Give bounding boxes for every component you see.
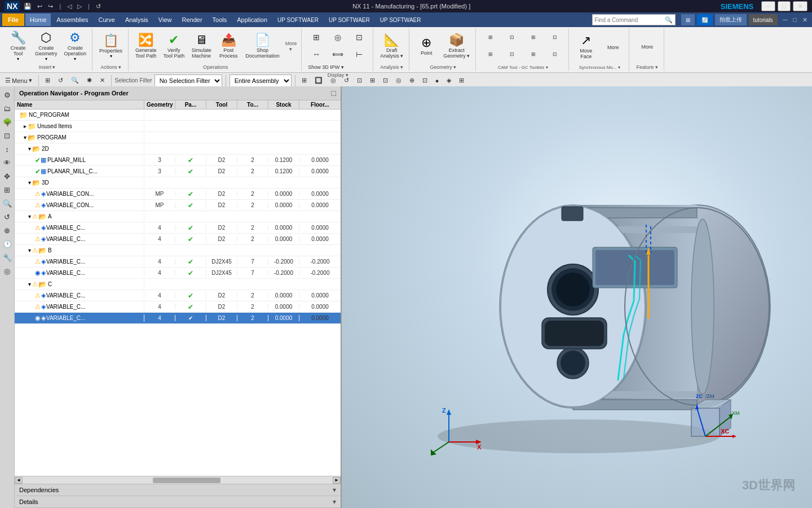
menu-home[interactable]: Home <box>25 14 51 26</box>
assembly-select[interactable]: Entire Assembly <box>230 75 292 87</box>
fwd-btn[interactable]: ▷ <box>76 3 83 10</box>
sidebar-view[interactable]: 👁 <box>1 156 14 169</box>
display-btn2[interactable]: ◎ <box>328 29 348 45</box>
sidebar-arrow[interactable]: ↕ <box>1 143 14 155</box>
table-row[interactable]: ⚠ ◈ VARIABLE_C... 4 ✔ D2 2 0.0000 0.0000 <box>15 290 341 301</box>
menu-curve[interactable]: Curve <box>94 14 120 26</box>
undo-btn[interactable]: ↩ <box>36 3 44 10</box>
sidebar-tool2[interactable]: 🔧 <box>1 251 14 264</box>
sync-more-btn[interactable]: More <box>601 30 625 64</box>
cam-btn1[interactable]: ⊞ <box>480 29 501 45</box>
sidebar-zoom[interactable]: 🔍 <box>1 197 14 209</box>
win-close[interactable]: ✕ <box>800 16 810 24</box>
scroll-right-btn[interactable]: ► <box>333 477 341 484</box>
create-operation-btn[interactable]: ⚙ CreateOperation ▾ <box>62 29 89 63</box>
sidebar-move[interactable]: ✥ <box>1 170 14 182</box>
tb2-btn13[interactable]: ⊞ <box>456 75 467 87</box>
viewport[interactable]: Z X XC ZC /ZM <box>342 86 812 508</box>
tb2-btn8[interactable]: ◎ <box>393 75 404 87</box>
tb-rotate[interactable]: ↺ <box>55 75 66 87</box>
verify-toolpath-btn[interactable]: ✔ VerifyTool Path <box>161 29 187 63</box>
table-row[interactable]: ⚠ ◈ VARIABLE_CON... MP ✔ D2 2 0.0000 0.0… <box>15 189 341 200</box>
tutorials-btn[interactable]: tutorials <box>749 14 778 25</box>
tb2-btn1[interactable]: ⊞ <box>299 75 310 87</box>
tb-snap[interactable]: ⊞ <box>42 75 53 87</box>
table-row[interactable]: ▾ ⚠ 📂 A <box>15 211 341 222</box>
win-minimize[interactable]: ─ <box>781 16 790 23</box>
table-row[interactable]: ⚠ ◈ VARIABLE_C... 4 ✔ D2 2 0.0000 0.0000 <box>15 234 341 245</box>
sidebar-select[interactable]: ⊡ <box>1 129 14 142</box>
create-tool-btn[interactable]: 🔧 CreateTool ▾ <box>6 29 30 63</box>
cam-btn8[interactable]: ⊡ <box>545 46 565 62</box>
table-row[interactable]: ▾ 📂 PROGRAM <box>15 132 341 143</box>
tb2-btn4[interactable]: ↺ <box>341 75 352 87</box>
menu-analysis[interactable]: Analysis <box>121 14 153 26</box>
table-row[interactable]: ▾ ⚠ 📂 B <box>15 245 341 256</box>
table-row[interactable]: ▾ 📂 3D <box>15 177 341 189</box>
feature-more-btn[interactable]: More <box>635 29 660 63</box>
point-btn[interactable]: ⊕ Point <box>414 29 439 63</box>
tb2-btn11[interactable]: ● <box>433 75 442 87</box>
horizontal-scrollbar[interactable]: ◄ ► <box>15 476 341 484</box>
selection-filter-select[interactable]: No Selection Filter <box>155 75 222 87</box>
redo-btn[interactable]: ↪ <box>46 3 55 10</box>
table-row[interactable]: ⚠ ◈ VARIABLE_C... 4 ✔ D2 2 0.0000 0.0000 <box>15 301 341 313</box>
table-row[interactable]: ⚠ ◈ VARIABLE_C... 4 ✔ DJ2X45 7 -0.2000 -… <box>15 256 341 268</box>
tb2-btn12[interactable]: ◈ <box>444 75 454 87</box>
cam-btn5[interactable]: ⊞ <box>480 46 501 62</box>
sidebar-layer[interactable]: ⊞ <box>1 183 14 196</box>
table-row[interactable]: ⚠ ◈ VARIABLE_CON... MP ✔ D2 2 0.0000 0.0… <box>15 200 341 211</box>
cam-btn3[interactable]: ⊞ <box>523 29 544 45</box>
cam-btn4[interactable]: ⊡ <box>545 29 565 45</box>
cam-btn2[interactable]: ⊡ <box>502 29 522 45</box>
scroll-thumb[interactable] <box>153 478 220 483</box>
sidebar-grid[interactable]: ⊕ <box>1 224 14 237</box>
arrange-btn[interactable]: ⊞ <box>681 14 695 25</box>
table-row[interactable]: ⚠ ◈ VARIABLE_C... 4 ✔ D2 2 0.0000 0.0000 <box>15 222 341 234</box>
sidebar-rotate2[interactable]: ↺ <box>1 211 14 223</box>
scroll-left-btn[interactable]: ◄ <box>15 477 23 484</box>
generate-toolpath-btn[interactable]: 🔀 GenerateTool Path <box>133 29 159 63</box>
table-row[interactable]: ▸ 📁 Unused Items <box>15 121 341 132</box>
tb-x[interactable]: ✕ <box>97 75 108 87</box>
sidebar-circle[interactable]: ◎ <box>1 265 14 277</box>
create-geometry-btn[interactable]: ⬡ CreateGeometry ▾ <box>33 29 60 63</box>
win-restore[interactable]: □ <box>791 16 799 23</box>
table-row[interactable]: ▾ ⚠ 📂 C <box>15 279 341 290</box>
display-btn4[interactable]: ↔ <box>306 46 326 62</box>
table-row[interactable]: 📁 NC_PROGRAM <box>15 110 341 121</box>
properties-btn[interactable]: 📋 Properties ▾ <box>97 29 125 63</box>
table-row[interactable]: ◉ ◈ VARIABLE_C... 4 ✔ DJ2X45 7 -0.2000 -… <box>15 268 341 279</box>
upload-btn[interactable]: 拍批上传 <box>715 14 747 25</box>
back-btn[interactable]: ◁ <box>65 3 73 10</box>
close-btn[interactable]: ✕ <box>793 1 807 11</box>
menu-up1[interactable]: UP SOFTWAER <box>273 14 323 26</box>
tb2-btn7[interactable]: ⊡ <box>380 75 391 87</box>
tb2-btn6[interactable]: ⊞ <box>367 75 378 87</box>
shop-documentation-btn[interactable]: 📄 ShopDocumentation <box>243 29 282 63</box>
menu-application[interactable]: Application <box>232 14 272 26</box>
table-row-selected[interactable]: ◉ ◈ VARIABLE_C... 4 ✔ D2 2 0.0000 0.0000 <box>15 313 341 324</box>
tb2-btn10[interactable]: ⊡ <box>420 75 430 87</box>
tb2-btn3[interactable]: ◎ <box>328 75 339 87</box>
table-row[interactable]: ▾ 📂 2D <box>15 143 341 155</box>
sync-btn[interactable]: 🔄 <box>697 14 713 25</box>
search-input[interactable] <box>595 17 663 23</box>
tb-star[interactable]: ✱ <box>84 75 95 87</box>
table-row[interactable]: ✔ ▦ PLANAR_MILL_C... 3 ✔ D2 2 0.1200 0.0… <box>15 166 341 177</box>
display-btn3[interactable]: ⊡ <box>349 29 369 45</box>
menu-tools[interactable]: Tools <box>208 14 232 26</box>
refresh-btn[interactable]: ↺ <box>94 3 103 10</box>
restore-btn[interactable]: □ <box>778 1 791 11</box>
save-btn[interactable]: 💾 <box>22 3 33 10</box>
minimize-btn[interactable]: ─ <box>761 1 775 11</box>
move-face-btn[interactable]: ↗ MoveFace <box>573 30 598 64</box>
display-btn6[interactable]: ⊢ <box>349 46 369 62</box>
draft-analysis-btn[interactable]: 📐 DraftAnalysis ▾ <box>378 29 405 63</box>
display-btn5[interactable]: ⟺ <box>328 46 348 62</box>
operations-more-btn[interactable]: More▾ <box>284 40 298 53</box>
display-btn1[interactable]: ⊞ <box>306 29 326 45</box>
menu-view[interactable]: View <box>154 14 176 26</box>
details-header[interactable]: Details ▾ <box>15 496 341 508</box>
extract-geometry-btn[interactable]: 📦 ExtractGeometry ▾ <box>441 29 472 63</box>
